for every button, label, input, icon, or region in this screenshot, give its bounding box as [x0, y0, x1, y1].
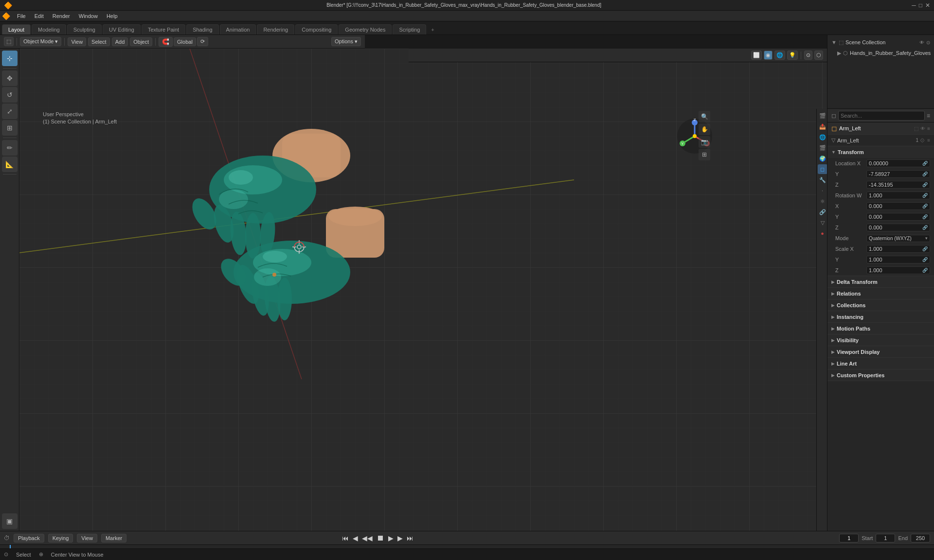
scale-tool[interactable]: ⤢	[2, 104, 18, 119]
delta-transform-section[interactable]: ▶ Delta Transform	[827, 276, 934, 288]
custom-properties-section[interactable]: ▶ Custom Properties	[827, 369, 934, 381]
obj-name-hide-icon[interactable]: 👁	[920, 126, 925, 131]
linked-fake-icon[interactable]: ⛒	[920, 138, 925, 143]
options-button[interactable]: Options ▾	[331, 37, 361, 46]
prop-icon-constraints[interactable]: 🔗	[818, 207, 827, 217]
tab-scripting[interactable]: Scripting	[393, 24, 426, 35]
maximize-icon[interactable]: □	[919, 2, 922, 9]
scene-filter-icon[interactable]: 👁	[919, 40, 924, 45]
instancing-section[interactable]: ▶ Instancing	[827, 311, 934, 323]
obj-name-options-icon[interactable]: ≡	[927, 126, 930, 131]
hands-collection-item[interactable]: ▶ ⬡ Hands_in_Rubber_Safety_Gloves 👁 ⊙	[827, 48, 934, 58]
view-menu-tl[interactable]: View	[77, 534, 97, 542]
viewport-shading-solid[interactable]: ◉	[764, 51, 772, 60]
rotation-y-value[interactable]: 0.000 🔗	[866, 213, 930, 221]
snap-icon[interactable]: 🧲	[159, 37, 173, 47]
prop-icon-view-layer[interactable]: 🌐	[818, 132, 827, 142]
stop-btn[interactable]: ⏹	[376, 534, 385, 542]
marker-menu[interactable]: Marker	[101, 534, 126, 542]
rotation-w-link-icon[interactable]: 🔗	[922, 193, 928, 198]
tab-rendering[interactable]: Rendering	[257, 24, 294, 35]
close-icon[interactable]: ✕	[925, 2, 930, 9]
global-transform[interactable]: Global	[174, 37, 196, 46]
collections-section[interactable]: ▶ Collections	[827, 299, 934, 311]
add-workspace-button[interactable]: +	[427, 25, 438, 35]
location-y-value[interactable]: -7.58927 🔗	[866, 170, 930, 178]
prop-icon-world[interactable]: 🌍	[818, 154, 827, 163]
grab-icon[interactable]: ✋	[699, 123, 710, 135]
prop-icon-render[interactable]: 🎬	[818, 111, 827, 121]
rotation-y-link-icon[interactable]: 🔗	[922, 214, 928, 219]
viewport-display-section[interactable]: ▶ Viewport Display	[827, 346, 934, 358]
move-tool[interactable]: ✥	[2, 70, 18, 86]
scale-x-link-icon[interactable]: 🔗	[922, 246, 928, 251]
menu-file[interactable]: File	[13, 12, 30, 20]
tab-compositing[interactable]: Compositing	[295, 24, 338, 35]
current-frame-input[interactable]: 1	[839, 534, 859, 542]
location-z-link-icon[interactable]: 🔗	[922, 182, 928, 187]
rotation-z-link-icon[interactable]: 🔗	[922, 225, 928, 230]
scale-y-link-icon[interactable]: 🔗	[922, 257, 928, 262]
visibility-section[interactable]: ▶ Visibility	[827, 334, 934, 346]
add-object-btn[interactable]: ▣	[2, 513, 18, 529]
prop-icon-data[interactable]: ▽	[818, 218, 827, 228]
scale-y-value[interactable]: 1.000 🔗	[866, 256, 930, 263]
object-menu[interactable]: Object	[130, 37, 152, 46]
tab-sculpting[interactable]: Sculpting	[67, 24, 102, 35]
jump-start-btn[interactable]: ⏮	[341, 534, 350, 542]
transform-tool[interactable]: ⊞	[2, 120, 18, 136]
properties-options-icon[interactable]: ≡	[927, 112, 930, 119]
motion-paths-section[interactable]: ▶ Motion Paths	[827, 323, 934, 334]
rotate-tool[interactable]: ↺	[2, 87, 18, 103]
editor-type-btn[interactable]: ⬚	[4, 37, 14, 46]
rotation-x-value[interactable]: 0.000 🔗	[866, 202, 930, 210]
annotate-tool[interactable]: ✏	[2, 140, 18, 156]
jump-next-btn[interactable]: ▶	[396, 534, 404, 542]
tab-uv-editing[interactable]: UV Editing	[103, 24, 141, 35]
menu-edit[interactable]: Edit	[31, 12, 48, 20]
overlay-toggle[interactable]: ⊙	[804, 51, 812, 60]
viewport-shading-material[interactable]: 🌐	[774, 51, 785, 60]
end-frame-input[interactable]	[911, 534, 930, 542]
obj-name-link-icon[interactable]: ⬚	[914, 126, 918, 131]
minimize-icon[interactable]: ─	[912, 2, 916, 9]
prop-icon-particles[interactable]: ·	[818, 186, 827, 195]
location-y-link-icon[interactable]: 🔗	[922, 172, 928, 176]
prop-icon-output[interactable]: 📤	[818, 122, 827, 131]
linked-options-icon[interactable]: ≡	[927, 138, 930, 143]
view-menu[interactable]: View	[68, 37, 86, 46]
prop-icon-scene[interactable]: 🎬	[818, 143, 827, 153]
menu-help[interactable]: Help	[103, 12, 122, 20]
tab-layout[interactable]: Layout	[2, 24, 31, 35]
prop-icon-object[interactable]: ◻	[818, 164, 827, 174]
prop-icon-modifier[interactable]: 🔧	[818, 175, 827, 185]
tab-animation[interactable]: Animation	[220, 24, 256, 35]
scale-z-value[interactable]: 1.000 🔗	[866, 266, 930, 274]
viewport-shading-wireframe[interactable]: ⬜	[751, 51, 762, 60]
menu-render[interactable]: Render	[49, 12, 74, 20]
scene-collection-item[interactable]: ▼ ⬚ Scene Collection 👁 ⊙	[827, 37, 934, 48]
viewport-shading-render[interactable]: 💡	[787, 51, 798, 60]
zoom-icon[interactable]: 🔍	[699, 111, 710, 122]
jump-end-btn[interactable]: ⏭	[406, 534, 414, 542]
relations-section[interactable]: ▶ Relations	[827, 288, 934, 299]
tab-geometry-nodes[interactable]: Geometry Nodes	[339, 24, 392, 35]
scale-x-value[interactable]: 1.000 🔗	[866, 245, 930, 253]
cursor-tool[interactable]: ⊹	[2, 51, 18, 66]
transform-orientations[interactable]: ⟳	[197, 37, 208, 46]
keying-menu[interactable]: Keying	[48, 534, 73, 542]
add-menu[interactable]: Add	[112, 37, 128, 46]
rotation-x-link-icon[interactable]: 🔗	[922, 204, 928, 209]
prop-icon-physics[interactable]: ⚛	[818, 196, 827, 206]
3d-viewport[interactable]: User Perspective (1) Scene Collection | …	[19, 49, 827, 531]
tab-shading[interactable]: Shading	[186, 24, 218, 35]
tab-texture-paint[interactable]: Texture Paint	[142, 24, 185, 35]
grid-icon[interactable]: ⊞	[699, 149, 710, 160]
properties-search-input[interactable]	[838, 111, 925, 121]
location-x-value[interactable]: 0.00000 🔗	[866, 159, 930, 167]
scene-select-icon[interactable]: ⊙	[926, 40, 930, 45]
location-z-value[interactable]: -14.35195 🔗	[866, 181, 930, 189]
menu-window[interactable]: Window	[75, 12, 102, 20]
object-mode-dropdown[interactable]: Object Mode ▾	[20, 37, 61, 46]
measure-tool[interactable]: 📐	[2, 157, 18, 172]
